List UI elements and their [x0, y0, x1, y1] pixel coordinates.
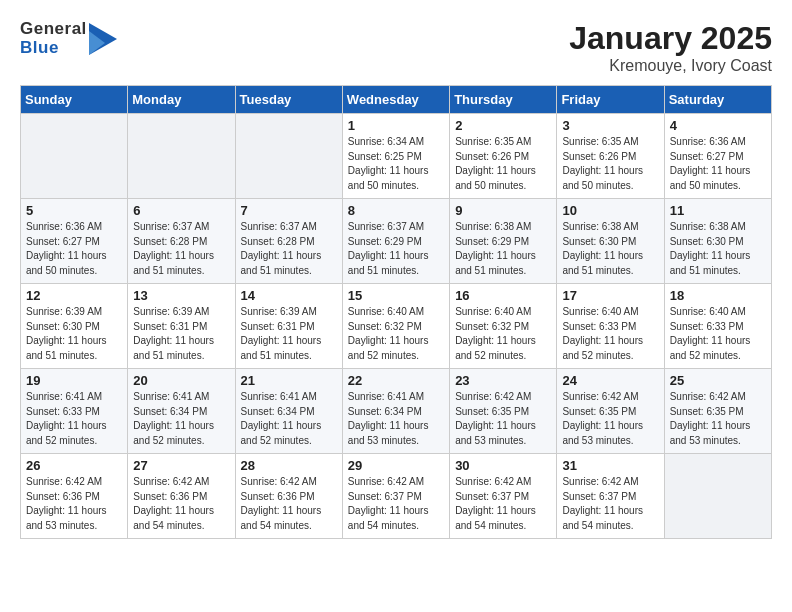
day-number: 14 [241, 288, 337, 303]
month-title: January 2025 [569, 20, 772, 57]
day-number: 21 [241, 373, 337, 388]
calendar-cell: 12Sunrise: 6:39 AMSunset: 6:30 PMDayligh… [21, 284, 128, 369]
day-info: Sunrise: 6:38 AMSunset: 6:30 PMDaylight:… [562, 220, 658, 278]
calendar-cell: 11Sunrise: 6:38 AMSunset: 6:30 PMDayligh… [664, 199, 771, 284]
day-info: Sunrise: 6:41 AMSunset: 6:34 PMDaylight:… [241, 390, 337, 448]
day-info: Sunrise: 6:40 AMSunset: 6:33 PMDaylight:… [562, 305, 658, 363]
day-info: Sunrise: 6:34 AMSunset: 6:25 PMDaylight:… [348, 135, 444, 193]
weekday-header: Wednesday [342, 86, 449, 114]
logo-blue: Blue [20, 39, 87, 58]
day-number: 8 [348, 203, 444, 218]
calendar-cell: 17Sunrise: 6:40 AMSunset: 6:33 PMDayligh… [557, 284, 664, 369]
day-info: Sunrise: 6:39 AMSunset: 6:30 PMDaylight:… [26, 305, 122, 363]
day-number: 4 [670, 118, 766, 133]
day-number: 12 [26, 288, 122, 303]
day-info: Sunrise: 6:42 AMSunset: 6:36 PMDaylight:… [241, 475, 337, 533]
calendar-cell: 5Sunrise: 6:36 AMSunset: 6:27 PMDaylight… [21, 199, 128, 284]
day-number: 30 [455, 458, 551, 473]
weekday-header: Tuesday [235, 86, 342, 114]
calendar-cell: 29Sunrise: 6:42 AMSunset: 6:37 PMDayligh… [342, 454, 449, 539]
calendar-week-row: 26Sunrise: 6:42 AMSunset: 6:36 PMDayligh… [21, 454, 772, 539]
day-info: Sunrise: 6:42 AMSunset: 6:37 PMDaylight:… [455, 475, 551, 533]
day-info: Sunrise: 6:35 AMSunset: 6:26 PMDaylight:… [455, 135, 551, 193]
day-number: 29 [348, 458, 444, 473]
day-info: Sunrise: 6:40 AMSunset: 6:32 PMDaylight:… [348, 305, 444, 363]
day-number: 19 [26, 373, 122, 388]
calendar-week-row: 12Sunrise: 6:39 AMSunset: 6:30 PMDayligh… [21, 284, 772, 369]
weekday-header-row: SundayMondayTuesdayWednesdayThursdayFrid… [21, 86, 772, 114]
weekday-header: Thursday [450, 86, 557, 114]
day-number: 20 [133, 373, 229, 388]
day-number: 23 [455, 373, 551, 388]
day-info: Sunrise: 6:37 AMSunset: 6:28 PMDaylight:… [133, 220, 229, 278]
calendar-cell: 22Sunrise: 6:41 AMSunset: 6:34 PMDayligh… [342, 369, 449, 454]
calendar-cell: 21Sunrise: 6:41 AMSunset: 6:34 PMDayligh… [235, 369, 342, 454]
day-info: Sunrise: 6:35 AMSunset: 6:26 PMDaylight:… [562, 135, 658, 193]
day-number: 13 [133, 288, 229, 303]
day-number: 2 [455, 118, 551, 133]
calendar-week-row: 19Sunrise: 6:41 AMSunset: 6:33 PMDayligh… [21, 369, 772, 454]
calendar-cell: 20Sunrise: 6:41 AMSunset: 6:34 PMDayligh… [128, 369, 235, 454]
day-number: 22 [348, 373, 444, 388]
calendar-cell: 25Sunrise: 6:42 AMSunset: 6:35 PMDayligh… [664, 369, 771, 454]
day-info: Sunrise: 6:42 AMSunset: 6:35 PMDaylight:… [670, 390, 766, 448]
day-number: 3 [562, 118, 658, 133]
day-info: Sunrise: 6:42 AMSunset: 6:35 PMDaylight:… [562, 390, 658, 448]
day-number: 9 [455, 203, 551, 218]
calendar-table: SundayMondayTuesdayWednesdayThursdayFrid… [20, 85, 772, 539]
day-info: Sunrise: 6:42 AMSunset: 6:36 PMDaylight:… [133, 475, 229, 533]
calendar-week-row: 5Sunrise: 6:36 AMSunset: 6:27 PMDaylight… [21, 199, 772, 284]
calendar-cell: 8Sunrise: 6:37 AMSunset: 6:29 PMDaylight… [342, 199, 449, 284]
day-info: Sunrise: 6:42 AMSunset: 6:37 PMDaylight:… [348, 475, 444, 533]
weekday-header: Friday [557, 86, 664, 114]
day-info: Sunrise: 6:38 AMSunset: 6:30 PMDaylight:… [670, 220, 766, 278]
calendar-cell: 23Sunrise: 6:42 AMSunset: 6:35 PMDayligh… [450, 369, 557, 454]
day-number: 11 [670, 203, 766, 218]
day-info: Sunrise: 6:37 AMSunset: 6:29 PMDaylight:… [348, 220, 444, 278]
calendar-cell: 26Sunrise: 6:42 AMSunset: 6:36 PMDayligh… [21, 454, 128, 539]
calendar-cell: 30Sunrise: 6:42 AMSunset: 6:37 PMDayligh… [450, 454, 557, 539]
calendar-cell: 18Sunrise: 6:40 AMSunset: 6:33 PMDayligh… [664, 284, 771, 369]
day-number: 28 [241, 458, 337, 473]
day-info: Sunrise: 6:41 AMSunset: 6:33 PMDaylight:… [26, 390, 122, 448]
weekday-header: Sunday [21, 86, 128, 114]
day-number: 7 [241, 203, 337, 218]
calendar-cell: 7Sunrise: 6:37 AMSunset: 6:28 PMDaylight… [235, 199, 342, 284]
calendar-cell: 4Sunrise: 6:36 AMSunset: 6:27 PMDaylight… [664, 114, 771, 199]
page-header: General Blue January 2025 Kremouye, Ivor… [20, 20, 772, 75]
logo: General Blue [20, 20, 117, 57]
calendar-cell [664, 454, 771, 539]
day-info: Sunrise: 6:37 AMSunset: 6:28 PMDaylight:… [241, 220, 337, 278]
calendar-cell [21, 114, 128, 199]
day-number: 26 [26, 458, 122, 473]
calendar-cell: 15Sunrise: 6:40 AMSunset: 6:32 PMDayligh… [342, 284, 449, 369]
day-number: 5 [26, 203, 122, 218]
day-number: 6 [133, 203, 229, 218]
weekday-header: Monday [128, 86, 235, 114]
calendar-cell: 24Sunrise: 6:42 AMSunset: 6:35 PMDayligh… [557, 369, 664, 454]
calendar-week-row: 1Sunrise: 6:34 AMSunset: 6:25 PMDaylight… [21, 114, 772, 199]
calendar-cell: 31Sunrise: 6:42 AMSunset: 6:37 PMDayligh… [557, 454, 664, 539]
calendar-cell: 28Sunrise: 6:42 AMSunset: 6:36 PMDayligh… [235, 454, 342, 539]
day-number: 18 [670, 288, 766, 303]
day-info: Sunrise: 6:42 AMSunset: 6:37 PMDaylight:… [562, 475, 658, 533]
calendar-cell: 9Sunrise: 6:38 AMSunset: 6:29 PMDaylight… [450, 199, 557, 284]
day-info: Sunrise: 6:42 AMSunset: 6:35 PMDaylight:… [455, 390, 551, 448]
calendar-cell: 19Sunrise: 6:41 AMSunset: 6:33 PMDayligh… [21, 369, 128, 454]
logo-icon [89, 23, 117, 55]
day-info: Sunrise: 6:40 AMSunset: 6:32 PMDaylight:… [455, 305, 551, 363]
calendar-cell: 2Sunrise: 6:35 AMSunset: 6:26 PMDaylight… [450, 114, 557, 199]
day-info: Sunrise: 6:36 AMSunset: 6:27 PMDaylight:… [26, 220, 122, 278]
day-info: Sunrise: 6:38 AMSunset: 6:29 PMDaylight:… [455, 220, 551, 278]
calendar-cell [235, 114, 342, 199]
day-number: 31 [562, 458, 658, 473]
calendar-cell: 14Sunrise: 6:39 AMSunset: 6:31 PMDayligh… [235, 284, 342, 369]
day-info: Sunrise: 6:36 AMSunset: 6:27 PMDaylight:… [670, 135, 766, 193]
day-number: 25 [670, 373, 766, 388]
calendar-cell: 16Sunrise: 6:40 AMSunset: 6:32 PMDayligh… [450, 284, 557, 369]
calendar-cell: 13Sunrise: 6:39 AMSunset: 6:31 PMDayligh… [128, 284, 235, 369]
day-number: 16 [455, 288, 551, 303]
day-number: 17 [562, 288, 658, 303]
day-number: 1 [348, 118, 444, 133]
day-info: Sunrise: 6:40 AMSunset: 6:33 PMDaylight:… [670, 305, 766, 363]
